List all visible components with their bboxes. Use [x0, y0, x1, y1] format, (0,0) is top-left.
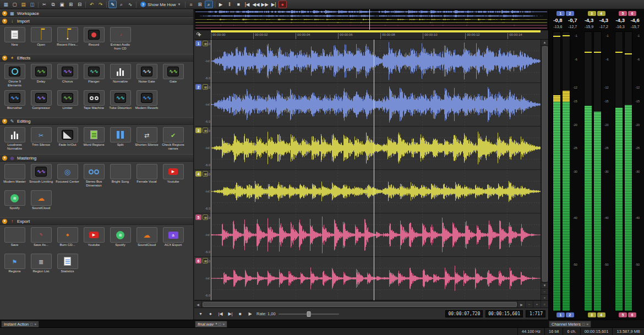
- workspace-tile[interactable]: Modern Master: [2, 164, 27, 188]
- workspace-tile[interactable]: ✔Check Regions names: [161, 127, 185, 151]
- section-header-effects[interactable]: ▼✦Effects: [0, 54, 193, 62]
- undock-icon[interactable]: □: [219, 322, 221, 326]
- tile-icon-box[interactable]: ∿∿: [57, 64, 78, 79]
- workspace-tile[interactable]: ≋Spotify: [2, 190, 27, 214]
- workspace-tile[interactable]: ⇄Shorten Silence: [134, 127, 159, 151]
- workspace-tile[interactable]: ∿∿Tube Distortion: [108, 90, 133, 114]
- workspace-tile[interactable]: ∿∿Noise Gate: [134, 64, 159, 87]
- transport-stop-icon[interactable]: ■: [237, 310, 244, 318]
- zoom-out-time-icon[interactable]: −: [525, 301, 533, 307]
- rate-slider[interactable]: [279, 311, 339, 317]
- magnify-tool-icon[interactable]: ⌕: [117, 1, 125, 8]
- tile-icon-box[interactable]: [57, 254, 78, 269]
- tile-icon-box[interactable]: [110, 127, 131, 142]
- close-icon[interactable]: ×: [34, 322, 36, 326]
- workspace-tile[interactable]: ⚑Regions: [2, 254, 27, 277]
- play-icon[interactable]: ▶: [217, 1, 225, 8]
- grid-icon[interactable]: ⊞: [196, 1, 204, 8]
- waveform-canvas[interactable]: [211, 127, 541, 169]
- workspace-tile[interactable]: New: [2, 27, 27, 51]
- tile-icon-box[interactable]: ●: [57, 27, 78, 42]
- overview-cursor[interactable]: [369, 9, 370, 30]
- open-file-icon[interactable]: ▤: [19, 1, 28, 8]
- tile-icon-box[interactable]: ✂: [31, 127, 52, 142]
- workspace-tile[interactable]: ✎Save As...: [29, 227, 53, 251]
- channel-number-badge[interactable]: 2: [195, 84, 201, 90]
- workspace-tile[interactable]: Record: [81, 27, 106, 51]
- waveform-canvas[interactable]: [211, 213, 541, 256]
- tile-icon-box[interactable]: ♪: [110, 27, 131, 42]
- chevron-down-icon[interactable]: ▼: [2, 11, 7, 16]
- channel-number-badge[interactable]: 5: [195, 215, 201, 220]
- waveform-canvas[interactable]: [211, 83, 541, 126]
- new-file-icon[interactable]: ▢: [10, 1, 19, 8]
- workspace-tile[interactable]: ☁SoundCloud: [134, 227, 159, 251]
- workspace-tile[interactable]: ●Recent Files...: [55, 27, 80, 51]
- transport-go-start-icon[interactable]: |◀: [217, 310, 224, 318]
- tile-icon-box[interactable]: ∿∿: [84, 64, 105, 79]
- workspace-tile[interactable]: Word Regions: [81, 127, 106, 151]
- record-icon[interactable]: ●: [279, 1, 287, 8]
- zoom-tool-icon[interactable]: ⌕: [205, 1, 213, 8]
- workspace-tile[interactable]: ▶Youtube: [81, 227, 106, 251]
- tile-icon-box[interactable]: ∿∿: [137, 64, 157, 79]
- workspace-tile[interactable]: Normalize: [108, 64, 133, 87]
- tile-icon-box[interactable]: [4, 227, 25, 243]
- tile-icon-box[interactable]: [84, 27, 105, 42]
- transport-go-end-icon[interactable]: ▶|: [227, 310, 234, 318]
- workspace-tile[interactable]: ≋Spotify: [108, 227, 133, 251]
- tile-icon-box[interactable]: [4, 64, 25, 79]
- workspace-tile[interactable]: ∿∿Limiter: [55, 90, 80, 114]
- workspace-tile[interactable]: ◆Burn CD...: [55, 227, 80, 251]
- zoom-in-time-icon[interactable]: +: [533, 301, 541, 307]
- scroll-left-icon[interactable]: ◀: [194, 301, 202, 307]
- file-overview-strip[interactable]: [194, 9, 548, 30]
- tile-icon-box[interactable]: [84, 90, 105, 106]
- tile-icon-box[interactable]: ≋: [4, 190, 25, 206]
- tile-icon-box[interactable]: ◆: [57, 227, 78, 243]
- mix-paste-icon[interactable]: ⊞: [67, 1, 75, 8]
- workspace-tile[interactable]: Stereo Bus Dimension: [81, 164, 106, 188]
- loop-start-marker[interactable]: [211, 40, 211, 300]
- workspace-tile[interactable]: ∿∿Chorus: [55, 64, 80, 87]
- tile-icon-box[interactable]: ≋: [110, 227, 131, 243]
- transport-options-icon[interactable]: ▾: [197, 310, 204, 318]
- section-header-mastering[interactable]: ▼◎Mastering: [0, 154, 193, 162]
- channel-number-badge[interactable]: 6: [195, 258, 201, 263]
- tile-icon-box[interactable]: ≣: [31, 254, 52, 269]
- workspace-tile[interactable]: ∿∿Modern Reverb: [134, 90, 159, 114]
- tile-icon-box[interactable]: [4, 164, 25, 179]
- undock-icon[interactable]: □: [30, 322, 32, 326]
- workspace-tile[interactable]: Open: [29, 27, 53, 51]
- tile-icon-box[interactable]: [31, 27, 52, 42]
- tile-icon-box[interactable]: [4, 127, 25, 142]
- rewind-icon[interactable]: ◀◀: [252, 1, 260, 8]
- workspace-tile[interactable]: Split: [108, 127, 133, 151]
- workspace-tile[interactable]: Statistics: [55, 254, 80, 277]
- scroll-down-icon[interactable]: ▼: [541, 282, 548, 288]
- waveform-canvas[interactable]: [211, 40, 541, 83]
- workspace-tile[interactable]: ∿∿Delay: [29, 64, 53, 87]
- tile-icon-box[interactable]: ⚑: [4, 254, 25, 269]
- tile-icon-box[interactable]: [84, 127, 105, 142]
- transport-play-icon[interactable]: ▶: [247, 310, 254, 318]
- tile-icon-box[interactable]: ∿∿: [110, 90, 131, 106]
- channel-number-badge[interactable]: 4: [195, 171, 201, 177]
- vertical-scroll-thumb[interactable]: [542, 46, 548, 282]
- workspace-tile[interactable]: aACX Export: [161, 227, 185, 251]
- workspace-tile[interactable]: ☁SoundCloud: [29, 190, 53, 214]
- workspace-tile[interactable]: ∿∿Bitcrusher: [2, 90, 27, 114]
- workspace-tile[interactable]: ∿∿Compressor: [29, 90, 53, 114]
- tile-icon-box[interactable]: [84, 164, 105, 179]
- horizontal-scroll-thumb[interactable]: [203, 302, 517, 307]
- tile-icon-box[interactable]: ✔: [163, 127, 184, 142]
- tile-icon-box[interactable]: a: [163, 227, 184, 243]
- tile-icon-box[interactable]: ▶: [163, 164, 184, 179]
- envelope-tool-icon[interactable]: ∿: [126, 1, 134, 8]
- tile-icon-box[interactable]: ∿∿: [31, 90, 52, 106]
- tile-icon-box[interactable]: ∿∿: [137, 90, 157, 106]
- rate-slider-thumb[interactable]: [307, 311, 310, 317]
- show-me-how-button[interactable]: ?Show Me How▼: [138, 2, 183, 7]
- tile-icon-box[interactable]: ∿∿: [163, 64, 184, 79]
- tile-icon-box[interactable]: ∿∿: [4, 90, 25, 106]
